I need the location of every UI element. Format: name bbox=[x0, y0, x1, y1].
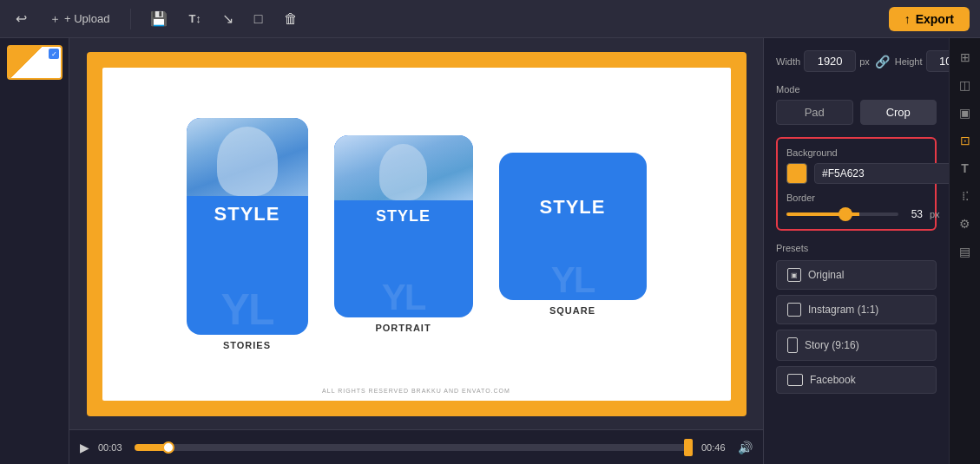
stories-label: STORIES bbox=[223, 340, 271, 350]
preset-original[interactable]: ▣ Original bbox=[776, 260, 937, 290]
background-label: Background bbox=[786, 147, 926, 158]
stories-watermark: YL bbox=[221, 288, 273, 331]
media-icon-btn[interactable]: ▤ bbox=[953, 239, 977, 264]
upload-button[interactable]: ＋ + Upload bbox=[43, 8, 116, 30]
instagram-icon bbox=[787, 303, 801, 317]
timeline: ▶ 00:03 00:46 🔊 bbox=[69, 429, 763, 464]
grid-icon-btn[interactable]: ⊞ bbox=[953, 45, 977, 69]
right-sidebar: ⊞ ◫ ▣ ⊡ T ⁞⁚ ⚙ ▤ bbox=[949, 38, 980, 464]
rectangle-button[interactable]: □ bbox=[249, 8, 268, 30]
stories-card[interactable]: STYLE YL bbox=[187, 118, 308, 335]
export-button[interactable]: ↑ Export bbox=[889, 7, 970, 31]
story-icon bbox=[787, 337, 798, 353]
portrait-watermark: YL bbox=[382, 279, 425, 316]
preset-facebook[interactable]: Facebook bbox=[776, 366, 937, 394]
copyright-text: ALL RIGHTS RESERVED BRAKKU AND ENVATO.CO… bbox=[322, 388, 510, 394]
portrait-card[interactable]: STYLE YL bbox=[334, 135, 473, 317]
arrow-button[interactable]: ↘ bbox=[217, 7, 239, 30]
preset-instagram-label: Instagram (1:1) bbox=[808, 304, 878, 316]
border-label: Border bbox=[786, 193, 926, 203]
save-button[interactable]: 💾 bbox=[145, 7, 173, 30]
preset-story[interactable]: Story (9:16) bbox=[776, 330, 937, 361]
export-icon: ↑ bbox=[904, 12, 911, 26]
text-button[interactable]: T↕ bbox=[183, 9, 206, 29]
main-area: ✓ bbox=[0, 38, 980, 464]
canvas-cards: STYLE YL STORIES bbox=[102, 101, 731, 368]
delete-button[interactable]: 🗑 bbox=[279, 8, 303, 30]
dimension-row: Width px 🔗 Height px bbox=[776, 50, 937, 72]
mode-label: Mode bbox=[776, 84, 937, 95]
crop-button[interactable]: Crop bbox=[860, 100, 937, 125]
canvas-area: STYLE YL STORIES bbox=[69, 38, 763, 464]
canvas-frame[interactable]: STYLE YL STORIES bbox=[87, 52, 747, 416]
width-input[interactable] bbox=[804, 50, 856, 72]
portrait-card-wrapper: STYLE YL PORTRAIT bbox=[334, 135, 473, 333]
portrait-card-text: STYLE bbox=[376, 207, 431, 225]
original-icon: ▣ bbox=[787, 268, 801, 282]
volume-icon[interactable]: 🔊 bbox=[738, 441, 753, 454]
right-panel: Width px 🔗 Height px Mode Pad bbox=[763, 38, 980, 464]
border-slider[interactable] bbox=[786, 212, 898, 216]
color-swatch[interactable] bbox=[786, 163, 807, 184]
stories-card-wrapper: STYLE YL STORIES bbox=[187, 118, 308, 350]
thumb-check: ✓ bbox=[49, 49, 59, 59]
timeline-thumb[interactable] bbox=[162, 441, 174, 454]
width-unit: px bbox=[859, 56, 870, 67]
preset-story-label: Story (9:16) bbox=[805, 339, 859, 351]
canvas-wrapper: STYLE YL STORIES bbox=[69, 38, 763, 429]
upload-label: + Upload bbox=[64, 12, 109, 25]
width-group: Width px bbox=[776, 50, 870, 72]
mode-group: Mode Pad Crop bbox=[776, 84, 937, 125]
color-input[interactable] bbox=[814, 163, 949, 184]
height-label: Height bbox=[895, 56, 923, 67]
undo-button[interactable]: ↩ bbox=[10, 7, 32, 30]
end-time: 00:46 bbox=[701, 442, 729, 453]
thumbnail-1[interactable]: ✓ bbox=[7, 45, 62, 80]
portrait-card-image bbox=[334, 135, 473, 200]
preset-original-label: Original bbox=[808, 269, 844, 281]
canvas-content: STYLE YL STORIES bbox=[102, 68, 731, 401]
square-label: SQUARE bbox=[549, 305, 595, 316]
square-card[interactable]: STYLE YL bbox=[499, 153, 647, 300]
square-watermark: YL bbox=[551, 262, 595, 298]
right-controls: Width px 🔗 Height px Mode Pad bbox=[764, 38, 949, 464]
preset-facebook-label: Facebook bbox=[810, 374, 856, 386]
text-icon-btn[interactable]: T bbox=[953, 156, 977, 180]
background-section: Background Border 53 px bbox=[776, 137, 937, 231]
bg-row bbox=[786, 163, 926, 184]
original-icon-symbol: ▣ bbox=[791, 271, 798, 279]
border-value: 53 bbox=[905, 208, 923, 220]
presets-label: Presets bbox=[776, 243, 937, 253]
mode-row: Pad Crop bbox=[776, 100, 937, 125]
settings-icon-btn[interactable]: ⚙ bbox=[953, 212, 977, 236]
square-card-text: STYLE bbox=[540, 196, 606, 219]
height-input[interactable] bbox=[926, 50, 949, 72]
frame-icon-btn[interactable]: ▣ bbox=[953, 101, 977, 125]
thumb-inner: ✓ bbox=[9, 47, 61, 78]
height-group: Height px bbox=[895, 50, 949, 72]
pad-button[interactable]: Pad bbox=[776, 100, 853, 125]
border-slider-container: 53 px bbox=[786, 208, 926, 220]
stories-image-bg bbox=[187, 118, 308, 196]
elements-icon-btn[interactable]: ⁞⁚ bbox=[953, 184, 977, 208]
facebook-icon bbox=[787, 374, 803, 386]
presets-group: Presets ▣ Original Instagram (1:1) Story… bbox=[776, 243, 937, 394]
stories-card-image bbox=[187, 118, 308, 196]
border-row: Border 53 px bbox=[786, 193, 926, 220]
layer-icon-btn[interactable]: ◫ bbox=[953, 73, 977, 97]
timeline-end bbox=[684, 439, 693, 456]
square-card-wrapper: STYLE YL SQUARE bbox=[499, 153, 647, 316]
left-panel: ✓ bbox=[0, 38, 69, 464]
export-label: Export bbox=[916, 12, 954, 26]
play-button[interactable]: ▶ bbox=[80, 441, 89, 454]
dimensions-group: Width px 🔗 Height px bbox=[776, 50, 937, 72]
stories-card-text: STYLE bbox=[214, 203, 280, 225]
preset-instagram[interactable]: Instagram (1:1) bbox=[776, 295, 937, 324]
portrait-label: PORTRAIT bbox=[375, 323, 431, 333]
timeline-track[interactable] bbox=[135, 444, 693, 451]
link-icon[interactable]: 🔗 bbox=[875, 55, 890, 69]
toolbar: ↩ ＋ + Upload 💾 T↕ ↘ □ 🗑 ↑ Export bbox=[0, 0, 980, 38]
border-unit: px bbox=[930, 209, 940, 219]
width-label: Width bbox=[776, 56, 800, 67]
crop-icon-btn[interactable]: ⊡ bbox=[953, 128, 977, 153]
